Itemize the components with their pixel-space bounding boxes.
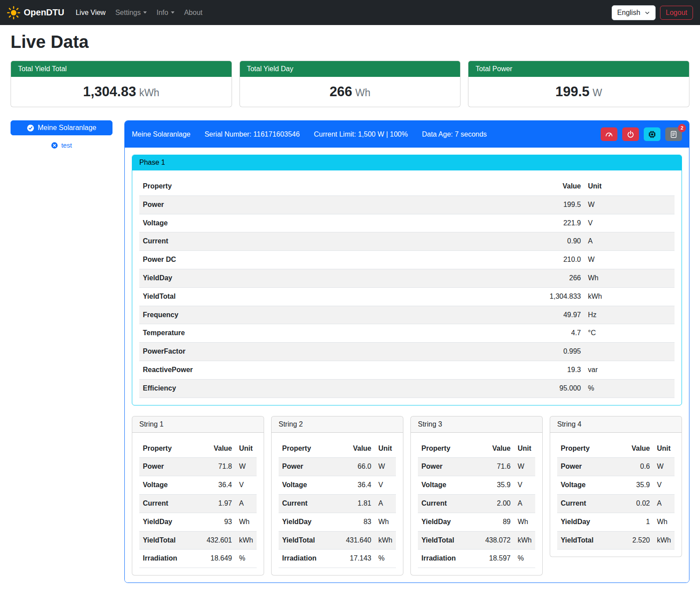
logout-button[interactable]: Logout: [660, 6, 693, 20]
value-cell: 1: [597, 513, 653, 531]
property-cell: YieldDay: [139, 269, 263, 287]
property-cell: YieldDay: [418, 513, 459, 531]
inverter-select-test[interactable]: test: [11, 141, 112, 149]
string-table: PropertyValueUnitPower0.6WVoltage35.9VCu…: [557, 440, 675, 550]
nav-info[interactable]: Info: [153, 5, 178, 20]
property-cell: Voltage: [279, 476, 320, 495]
nav-settings[interactable]: Settings: [112, 5, 150, 20]
unit-cell: %: [584, 379, 675, 398]
unit-cell: A: [236, 494, 257, 513]
limit-settings-button[interactable]: [601, 127, 617, 141]
unit-cell: A: [653, 494, 675, 513]
value-cell: 4.7: [263, 324, 584, 343]
nav-about-label: About: [184, 9, 203, 17]
summary-card-body: 1,304.83kWh: [11, 77, 232, 107]
table-row: YieldDay1Wh: [557, 513, 675, 531]
brand-label: OpenDTU: [24, 7, 64, 18]
summary-card-body: 199.5W: [468, 77, 689, 107]
column-header-unit: Unit: [236, 440, 257, 458]
property-cell: PowerFactor: [139, 343, 263, 361]
column-header-unit: Unit: [514, 440, 535, 458]
table-row: YieldTotal438.072kWh: [418, 531, 535, 550]
table-row: YieldDay83Wh: [279, 513, 396, 531]
string-table: PropertyValueUnitPower66.0WVoltage36.4VC…: [279, 440, 396, 568]
table-row: Current0.02A: [557, 494, 675, 513]
inverter-actions: 2: [601, 127, 682, 141]
property-cell: Power DC: [139, 251, 263, 269]
summary-card-title: Total Power: [468, 61, 689, 77]
power-settings-button[interactable]: [622, 127, 639, 141]
property-cell: Irradiation: [418, 550, 459, 568]
value-cell: 1.81: [320, 494, 375, 513]
column-header-value: Value: [181, 440, 236, 458]
value-cell: 2.00: [459, 494, 514, 513]
inverter-select-active-label: Meine Solaranlage: [38, 124, 96, 132]
column-header-property: Property: [557, 440, 597, 458]
device-info-button[interactable]: [644, 127, 660, 141]
language-select[interactable]: English: [612, 5, 656, 20]
value-cell: 35.9: [459, 476, 514, 495]
property-cell: Frequency: [139, 306, 263, 324]
summary-card-total-yield-day: Total Yield Day 266Wh: [239, 61, 461, 107]
phase-table: Property Value Unit Power199.5WVoltage22…: [139, 177, 675, 398]
string-card-title: String 1: [132, 416, 264, 433]
value-cell: 1.97: [181, 494, 236, 513]
unit-cell: [584, 343, 675, 361]
property-cell: Power: [139, 458, 181, 476]
table-row: YieldTotal431.640kWh: [279, 531, 396, 550]
column-header-unit: Unit: [584, 177, 675, 195]
journal-icon: [670, 130, 678, 138]
string-card-title: String 3: [411, 416, 542, 433]
table-row: YieldDay93Wh: [139, 513, 257, 531]
nav-about[interactable]: About: [181, 5, 206, 20]
table-header-row: PropertyValueUnit: [279, 440, 396, 458]
unit-cell: Wh: [584, 269, 675, 287]
property-cell: YieldTotal: [139, 287, 263, 306]
summary-card-value: 266: [330, 84, 352, 99]
summary-card-unit: W: [593, 87, 602, 98]
phase-card-body: Property Value Unit Power199.5WVoltage22…: [132, 170, 682, 405]
unit-cell: W: [514, 458, 535, 476]
inverter-panel-header: Meine Solaranlage Serial Number: 1161716…: [125, 121, 689, 148]
string-card-body: PropertyValueUnitPower71.6WVoltage35.9VC…: [411, 433, 542, 575]
value-cell: 438.072: [459, 531, 514, 550]
event-log-button[interactable]: 2: [665, 127, 682, 141]
unit-cell: Wh: [375, 513, 396, 531]
navbar: OpenDTU Live View Settings Info About En…: [0, 0, 700, 25]
string-card-body: PropertyValueUnitPower71.8WVoltage36.4VC…: [132, 433, 264, 575]
value-cell: 19.3: [263, 361, 584, 379]
value-cell: 0.995: [263, 343, 584, 361]
value-cell: 266: [263, 269, 584, 287]
string-card: String 2PropertyValueUnitPower66.0WVolta…: [271, 416, 403, 576]
column-header-value: Value: [597, 440, 653, 458]
main-row: Meine Solaranlage test Meine Solaranlage…: [11, 120, 689, 583]
speedometer-icon: [605, 130, 613, 138]
unit-cell: %: [375, 550, 396, 568]
x-circle-icon: [51, 142, 58, 149]
column-header-property: Property: [139, 440, 181, 458]
sun-icon: [7, 6, 20, 19]
unit-cell: kWh: [375, 531, 396, 550]
brand[interactable]: OpenDTU: [7, 6, 64, 19]
value-cell: 95.000: [263, 379, 584, 398]
table-row: Power DC210.0W: [139, 251, 675, 269]
unit-cell: A: [375, 494, 396, 513]
table-row: YieldTotal1,304.833kWh: [139, 287, 675, 306]
strings-row: String 1PropertyValueUnitPower71.8WVolta…: [132, 416, 682, 576]
property-cell: Temperature: [139, 324, 263, 343]
property-cell: ReactivePower: [139, 361, 263, 379]
inverter-data-age: Data Age: 7 seconds: [422, 130, 487, 138]
unit-cell: Wh: [514, 513, 535, 531]
unit-cell: A: [584, 232, 675, 251]
column-header-value: Value: [263, 177, 584, 195]
property-cell: YieldDay: [139, 513, 181, 531]
unit-cell: W: [584, 251, 675, 269]
property-cell: Current: [139, 232, 263, 251]
summary-card-value: 199.5: [555, 84, 590, 99]
nav-live-view[interactable]: Live View: [72, 5, 109, 20]
cpu-icon: [648, 130, 656, 138]
property-cell: Voltage: [139, 476, 181, 495]
string-card-title: String 2: [272, 416, 403, 433]
inverter-select-active-button[interactable]: Meine Solaranlage: [11, 120, 112, 135]
value-cell: 89: [459, 513, 514, 531]
